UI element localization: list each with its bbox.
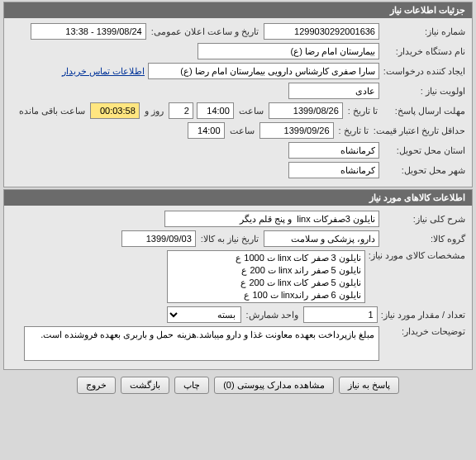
back-button[interactable]: بازگشت [121, 377, 169, 394]
list-item[interactable]: نایلون 5 صفر کات linx ت 200 ع [169, 277, 364, 289]
deadline-time-input[interactable] [197, 102, 234, 119]
print-button[interactable]: چاپ [174, 377, 209, 394]
group-input[interactable] [264, 230, 379, 247]
exit-button[interactable]: خروج [77, 377, 116, 394]
need-number-input[interactable] [264, 23, 379, 40]
list-item[interactable]: نایلون 5 صفر راند linx ت 200 ع [169, 264, 364, 277]
deadline-date-input[interactable] [269, 102, 343, 119]
announce-label: تاریخ و ساعت اعلان عمومی: [150, 26, 260, 37]
deadline-label: مهلت ارسال پاسخ: [383, 106, 465, 116]
unit-select[interactable]: بسته [167, 306, 241, 323]
spec-label: مشخصات کالای مورد نیاز: [369, 250, 465, 261]
contact-link[interactable]: اطلاعات تماس خریدار [62, 66, 145, 77]
desc-input[interactable] [164, 211, 379, 227]
city-input[interactable] [288, 162, 379, 178]
notes-label: توضیحات خریدار: [383, 326, 465, 337]
province-label: استان محل تحویل: [383, 145, 465, 156]
unit-label: واحد شمارش: [245, 310, 300, 320]
min-valid-date-input[interactable] [259, 122, 334, 139]
reply-button[interactable]: پاسخ به نیاز [339, 377, 399, 394]
remain-time-input [90, 102, 140, 119]
city-label: شهر محل تحویل: [383, 165, 465, 176]
remain-label: ساعت باقی مانده [17, 106, 87, 116]
creator-label: ایجاد کننده درخواست: [383, 66, 465, 77]
qty-label: تعداد / مقدار مورد نیاز: [381, 310, 465, 320]
announce-input[interactable] [31, 23, 146, 40]
need-info-header: جزئیات اطلاعات نیاز [4, 2, 472, 18]
attachments-button[interactable]: مشاهده مدارک پیوستی (0) [214, 377, 334, 394]
province-input[interactable] [288, 142, 379, 159]
days-input[interactable] [169, 102, 193, 119]
goods-info-header: اطلاعات کالاهای مورد نیاز [4, 190, 472, 206]
list-item[interactable]: نایلون 3 صفر کات linx ت 1000 ع [169, 252, 364, 264]
list-item[interactable]: نایلون 6 صفر راندlinx ت 100 ع [169, 289, 364, 301]
min-valid-time-input[interactable] [188, 122, 225, 139]
creator-input[interactable] [148, 63, 379, 79]
need-info-body: شماره نیاز: تاریخ و ساعت اعلان عمومی: نا… [4, 18, 472, 187]
min-valid-label: حداقل تاریخ اعتبار قیمت: [374, 126, 465, 136]
notes-textarea[interactable] [24, 326, 379, 361]
desc-label: شرح کلی نیاز: [383, 214, 465, 225]
need-number-label: شماره نیاز: [383, 26, 465, 37]
min-valid-time-label: ساعت [228, 126, 256, 136]
group-label: گروه کالا: [383, 234, 465, 244]
button-bar: پاسخ به نیاز مشاهده مدارک پیوستی (0) چاپ… [0, 372, 476, 402]
goods-info-body: شرح کلی نیاز: گروه کالا: تاریخ نیاز به ک… [4, 206, 472, 369]
days-label: روز و [143, 106, 165, 116]
need-date-input[interactable] [121, 230, 196, 247]
buyer-input[interactable] [198, 43, 379, 59]
spec-listbox[interactable]: نایلون 3 صفر کات linx ت 1000 ع نایلون 5 … [167, 250, 365, 303]
min-valid-to-date-label: تا تاریخ : [337, 126, 370, 136]
priority-label: اولویت نیاز : [383, 86, 465, 97]
need-info-panel: جزئیات اطلاعات نیاز شماره نیاز: تاریخ و … [3, 2, 473, 187]
deadline-time-label: ساعت [237, 106, 265, 116]
need-date-label: تاریخ نیاز به کالا: [199, 234, 260, 244]
buyer-label: نام دستگاه خریدار: [383, 46, 465, 57]
priority-input[interactable] [288, 83, 379, 99]
qty-input[interactable] [303, 306, 378, 323]
goods-info-panel: اطلاعات کالاهای مورد نیاز شرح کلی نیاز: … [3, 189, 473, 370]
to-date-label: تا تاریخ : [346, 106, 379, 116]
